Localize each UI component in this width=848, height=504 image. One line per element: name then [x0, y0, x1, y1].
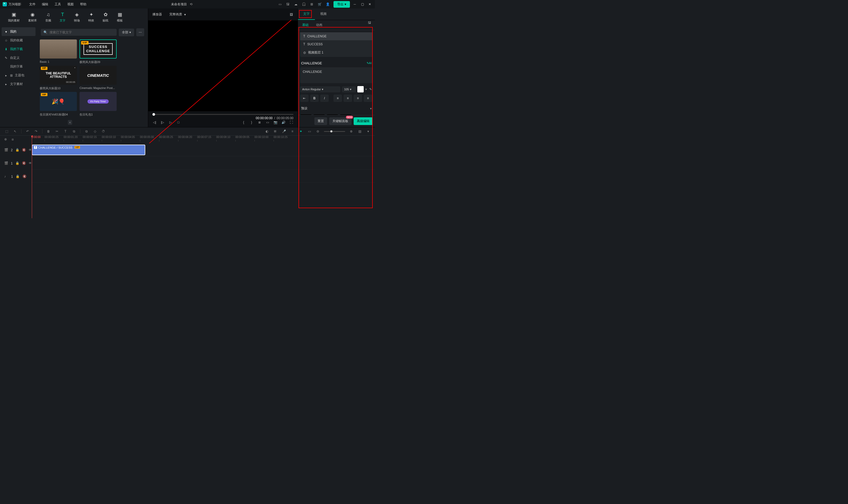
minimize-button[interactable]: ─	[353, 2, 357, 6]
sidebar-item-custom[interactable]: ✎自定义	[2, 54, 36, 62]
bold-button[interactable]: B	[310, 94, 318, 102]
link-tracks-icon[interactable]: ⧈	[12, 138, 16, 142]
reset-button[interactable]: 重置	[314, 117, 327, 125]
cloud-icon[interactable]: ☁	[294, 2, 298, 6]
asset-item[interactable]: VIP SUCCESSCHALLENGE 极简风大标题09	[80, 39, 117, 64]
subtab-basic[interactable]: 基础	[301, 20, 310, 30]
layout-icon[interactable]: ≣	[257, 120, 262, 125]
tab-text[interactable]: T文字	[56, 11, 69, 23]
mic-icon[interactable]: 🎤	[281, 129, 286, 134]
redo-icon[interactable]: ↷	[34, 129, 38, 134]
sidebar-item-text-assets[interactable]: ▸文字素材	[2, 80, 36, 88]
keyframe-panel-button[interactable]: 关键帧面板 NEW	[329, 117, 351, 125]
inspector-tab-text[interactable]: 文字	[298, 8, 315, 20]
progress-thumb[interactable]	[152, 113, 155, 116]
italic-button[interactable]: I	[320, 94, 329, 102]
sidebar-item-downloads[interactable]: ⬇我的下载	[2, 45, 36, 54]
monitor-icon[interactable]: ▭	[278, 2, 282, 6]
asset-item[interactable]: VIP THE BEAUTIFULATTRACTS 00:00:05 • 极简风…	[40, 66, 77, 90]
preview-canvas[interactable]	[148, 20, 298, 111]
timeline-ruler[interactable]: 0:00:00 00:00:00:25 00:00:01:20 00:00:02…	[31, 136, 375, 143]
indent-button[interactable]: ⇤	[300, 94, 309, 102]
tab-sticker[interactable]: ✿贴纸	[99, 11, 112, 23]
tag-icon[interactable]: ◇	[92, 129, 97, 134]
search-box[interactable]: 🔍	[41, 29, 117, 36]
speed-icon[interactable]: ⏱	[101, 129, 106, 134]
undo-icon[interactable]: ↶	[25, 129, 30, 134]
sync-icon[interactable]: ⟲	[189, 2, 193, 6]
image-icon[interactable]: 🖼	[289, 13, 293, 17]
chevron-down-icon[interactable]: ▾	[366, 129, 370, 134]
inspector-tab-video[interactable]: 视频	[315, 8, 332, 20]
align-right-button[interactable]: ≡	[353, 94, 362, 102]
tab-template[interactable]: ▦模板	[113, 11, 126, 23]
font-select[interactable]: Anton Regular▾	[300, 86, 340, 92]
search-input[interactable]	[50, 31, 114, 34]
close-button[interactable]: ✕	[368, 2, 372, 6]
cut-icon[interactable]: ✂	[55, 129, 59, 134]
lock-icon[interactable]: 🔒	[15, 161, 19, 165]
grid-icon[interactable]: ⊞	[310, 2, 314, 6]
align-left-button[interactable]: ≡	[333, 94, 342, 102]
volume-icon[interactable]: 🔊	[281, 120, 285, 125]
select-tool-icon[interactable]: ↖	[13, 129, 17, 134]
monitor-out-icon[interactable]: ▭	[265, 120, 270, 125]
menu-file[interactable]: 文件	[29, 2, 36, 6]
tab-effects[interactable]: ✦特效	[85, 11, 98, 23]
fullscreen-icon[interactable]: ⛶	[289, 120, 293, 125]
lock-icon[interactable]: 🔒	[15, 148, 19, 152]
bracket-left-icon[interactable]: {	[242, 120, 246, 125]
sidebar-item-subtitles[interactable]: 我的字幕	[2, 62, 36, 71]
asset-item[interactable]: VIP🎉🎈 生日派对Vol01标题04	[40, 92, 77, 116]
layer-item-video[interactable]: ⊙视频图层 1	[300, 48, 373, 57]
stop-button[interactable]: □	[176, 120, 180, 125]
cart-icon[interactable]: 🛒	[317, 2, 322, 6]
text-tool-icon[interactable]: T	[63, 129, 68, 134]
sidebar-item-theme[interactable]: ▸⊞ 主题包	[2, 71, 36, 80]
maximize-button[interactable]: ▢	[361, 2, 365, 6]
font-color-picker[interactable]	[357, 86, 364, 92]
zoom-in-icon[interactable]: ⊕	[349, 129, 353, 134]
timeline-tracks[interactable]: 0:00:00 00:00:00:25 00:00:01:20 00:00:02…	[31, 136, 375, 218]
prev-frame-button[interactable]: ◁|	[152, 120, 157, 125]
mute-icon[interactable]: 🔇	[22, 148, 26, 152]
marker-icon[interactable]: ✦	[298, 129, 303, 134]
play-start-button[interactable]: |▷	[160, 120, 165, 125]
align-center-button[interactable]: ≡	[344, 94, 352, 102]
menu-edit[interactable]: 编辑	[42, 2, 48, 6]
nav-back[interactable]: ‹	[39, 119, 146, 126]
mixer-icon[interactable]: ≡	[290, 129, 295, 134]
crop-icon[interactable]: ⧉	[72, 129, 76, 134]
track-a1-lane[interactable]	[31, 169, 375, 183]
camera-icon[interactable]: 📷	[273, 120, 278, 125]
text-content-input[interactable]: CHALLENGE	[300, 67, 373, 83]
shield-icon[interactable]: ⛨	[273, 129, 278, 134]
more-button[interactable]: ⋯	[136, 28, 144, 36]
sidebar-item-favorites[interactable]: ☆我的收藏	[2, 36, 36, 45]
text-clip[interactable]: T CHALLENGE / SUCCESS VIP	[32, 145, 145, 155]
add-track-icon[interactable]: ⊕	[4, 138, 8, 142]
zoom-slider[interactable]	[324, 131, 345, 132]
sidebar-header-my[interactable]: ▾我的	[2, 27, 36, 36]
play-button[interactable]: ▷	[168, 120, 173, 125]
link-icon[interactable]: ⧉	[84, 129, 89, 134]
quality-select[interactable]: 完整画质 ▾	[167, 11, 188, 18]
delete-icon[interactable]: 🗑	[46, 129, 51, 134]
tab-my-media[interactable]: ▣我的素材	[4, 11, 23, 23]
eyedropper-icon[interactable]: ✎	[368, 87, 373, 91]
align-justify-button[interactable]: ≡	[364, 94, 372, 102]
zoom-out-icon[interactable]: ⊖	[315, 129, 320, 134]
layer-item-challenge[interactable]: TCHALLENGE	[300, 32, 373, 40]
user-icon[interactable]: 👤	[326, 2, 330, 6]
color-icon[interactable]: ◐	[264, 129, 269, 134]
preview-progress[interactable]	[152, 114, 293, 115]
cursor-tool-icon[interactable]: ⬚	[4, 129, 9, 134]
headphone-icon[interactable]: 🎧	[302, 2, 306, 6]
ai-button[interactable]: ✎AI	[367, 61, 371, 65]
tab-transition[interactable]: ◈转场	[70, 11, 84, 23]
asset-item[interactable]: Basic 1	[40, 39, 77, 64]
track-v1-lane[interactable]	[31, 156, 375, 169]
tab-library[interactable]: ◉素材库	[24, 11, 40, 23]
chevron-down-icon[interactable]: ▾	[370, 107, 371, 110]
track-v2-lane[interactable]: T CHALLENGE / SUCCESS VIP	[31, 143, 375, 156]
